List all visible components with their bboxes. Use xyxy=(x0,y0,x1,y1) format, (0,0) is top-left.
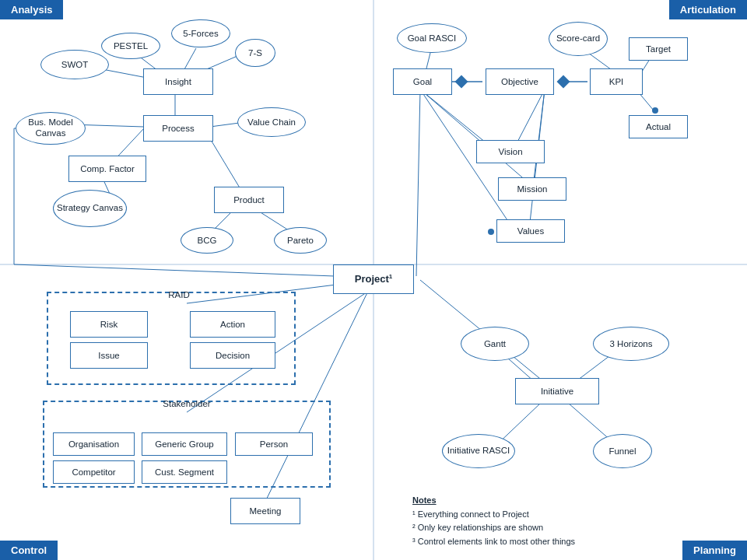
swot-node: SWOT xyxy=(40,50,109,79)
kpi-node: KPI xyxy=(590,68,643,95)
value-chain-node: Value Chain xyxy=(237,107,306,137)
articulation-label: Articulation xyxy=(669,0,747,19)
notes-line1: ¹ Everything connect to Project xyxy=(412,508,716,522)
raid-box xyxy=(47,292,296,385)
pestel-node: PESTEL xyxy=(101,33,160,59)
notes-line3: ³ Control elements link to most other th… xyxy=(412,535,716,549)
organisation-node: Organisation xyxy=(53,432,135,456)
target-node: Target xyxy=(629,37,688,61)
product-node: Product xyxy=(214,187,284,213)
scorecard-node: Score-card xyxy=(549,22,608,56)
bus-model-node: Bus. Model Canvas xyxy=(16,112,86,145)
objective-diamond xyxy=(557,75,570,89)
svg-line-16 xyxy=(14,264,335,276)
analysis-label: Analysis xyxy=(0,0,63,19)
values-dot xyxy=(488,229,494,235)
goal-rasci-node: Goal RASCI xyxy=(397,23,467,53)
gantt-node: Gantt xyxy=(461,327,529,361)
seven-s-node: 7-S xyxy=(235,39,275,67)
notes-area: Notes ¹ Everything connect to Project ² … xyxy=(412,494,716,548)
meeting-node: Meeting xyxy=(230,498,300,524)
funnel-node: Funnel xyxy=(593,434,652,468)
svg-line-29 xyxy=(533,89,545,187)
project-node: Project1 xyxy=(333,264,414,294)
three-horizons-node: 3 Horizons xyxy=(593,327,669,361)
bcg-node: BCG xyxy=(181,227,233,254)
action-node: Action xyxy=(190,311,275,338)
five-forces-node: 5-Forces xyxy=(171,19,230,47)
comp-factor-node: Comp. Factor xyxy=(68,156,146,182)
generic-group-node: Generic Group xyxy=(142,432,227,456)
goal-diamond xyxy=(455,75,468,89)
competitor-node: Competitor xyxy=(53,460,135,484)
issue-node: Issue xyxy=(70,342,148,369)
svg-line-26 xyxy=(420,89,533,187)
risk-node: Risk xyxy=(70,311,148,338)
notes-title: Notes xyxy=(412,494,716,508)
cust-segment-node: Cust. Segment xyxy=(142,460,227,484)
svg-line-31 xyxy=(416,89,420,276)
planning-label: Planning xyxy=(682,541,747,560)
mission-node: Mission xyxy=(498,177,566,201)
person-node: Person xyxy=(235,432,313,456)
process-node: Process xyxy=(143,115,213,142)
pareto-node: Pareto xyxy=(274,227,327,254)
notes-line2: ² Only key relationships are shown xyxy=(412,521,716,535)
initiative-rasci-node: Initiative RASCI xyxy=(442,434,515,468)
decision-node: Decision xyxy=(190,342,275,369)
stakeholder-label: Stakeholder xyxy=(148,395,226,412)
vision-node: Vision xyxy=(476,140,545,163)
objective-node: Objective xyxy=(486,68,554,95)
control-label: Control xyxy=(0,541,58,560)
raid-label: RAID xyxy=(156,286,202,303)
initiative-node: Initiative xyxy=(515,378,599,404)
insight-node: Insight xyxy=(143,68,213,95)
actual-node: Actual xyxy=(629,115,688,138)
goal-node: Goal xyxy=(393,68,452,95)
actual-dot xyxy=(652,107,658,114)
strategy-canvas-node: Strategy Canvas xyxy=(53,190,127,227)
values-node: Values xyxy=(496,219,565,243)
